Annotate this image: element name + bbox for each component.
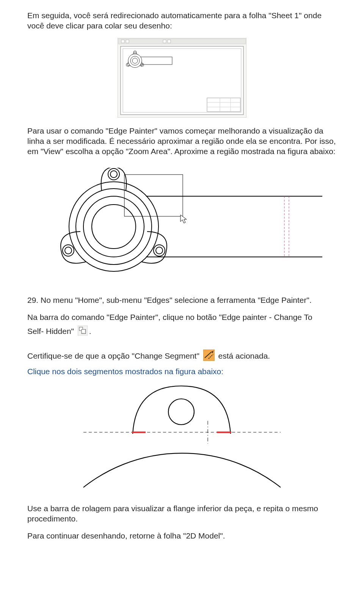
svg-rect-1 <box>118 39 246 44</box>
svg-point-24 <box>83 196 144 257</box>
svg-point-29 <box>65 247 72 254</box>
svg-point-23 <box>76 189 152 265</box>
svg-point-27 <box>110 171 117 178</box>
svg-point-22 <box>69 182 158 271</box>
svg-point-26 <box>108 169 119 180</box>
svg-rect-5 <box>168 40 171 43</box>
svg-rect-3 <box>126 40 129 43</box>
svg-point-25 <box>92 205 136 249</box>
svg-rect-2 <box>121 40 124 43</box>
change-segment-text-a: Certifique-se de que a opção "Change Seg… <box>27 351 202 360</box>
return-paragraph: Para continuar desenhando, retorne à fol… <box>27 531 337 541</box>
svg-rect-6 <box>121 46 243 115</box>
figure-flange-zoom <box>27 168 337 282</box>
step-29: 29. No menu "Home", sub-menu "Edges" sel… <box>27 295 337 306</box>
edge-painter-line1: Na barra do comando "Edge Painter", cliq… <box>27 312 337 323</box>
click-segments-paragraph: Clique nos dois segmentos mostrados na f… <box>27 367 337 377</box>
svg-point-28 <box>63 245 74 256</box>
svg-point-46 <box>168 399 194 425</box>
scroll-paragraph: Use a barra de rolagem para visualizar a… <box>27 504 337 524</box>
document-page: Em seguida, você será redirecionado auto… <box>0 0 364 559</box>
figure-sheet <box>27 38 337 118</box>
svg-rect-36 <box>124 175 183 216</box>
svg-point-30 <box>154 245 165 256</box>
intro-paragraph: Em seguida, você será redirecionado auto… <box>27 11 337 31</box>
edge-painter-line2: Self- Hidden" . <box>27 326 337 338</box>
self-hidden-tail: . <box>89 327 91 335</box>
svg-rect-4 <box>163 40 166 43</box>
figure-segments <box>27 384 337 490</box>
svg-rect-39 <box>82 329 86 334</box>
self-hidden-text: Self- Hidden" <box>27 327 76 335</box>
svg-point-31 <box>156 247 163 254</box>
change-segment-paragraph: Certifique-se de que a opção "Change Seg… <box>27 350 337 364</box>
change-segment-text-b: está acionada. <box>218 351 270 360</box>
zoom-instruction-paragraph: Para usar o comando "Edge Painter" vamos… <box>27 126 337 157</box>
change-segment-icon <box>203 350 215 364</box>
self-hidden-icon <box>78 326 88 338</box>
